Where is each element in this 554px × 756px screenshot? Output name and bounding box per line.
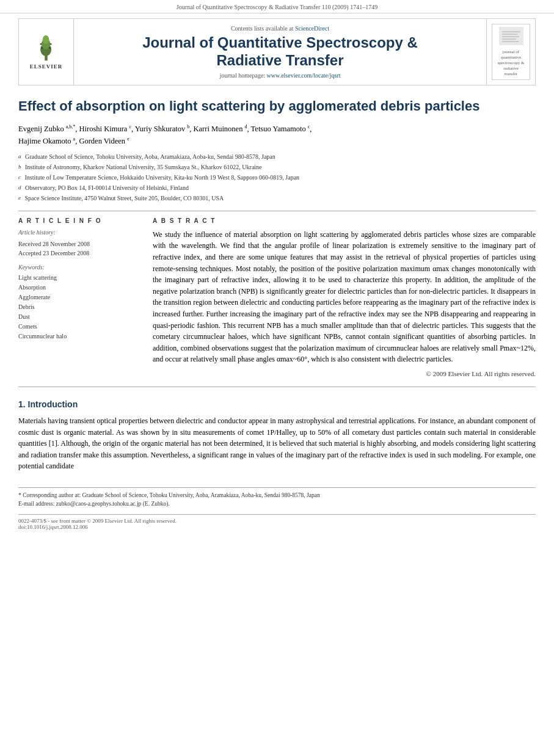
doi-text: doi:10.1016/j.jqsrt.2008.12.006 <box>18 524 536 536</box>
keywords-label: Keywords: <box>18 264 140 271</box>
affil-a: a Graduate School of Science, Tohoku Uni… <box>18 152 536 162</box>
elsevier-logo: ELSEVIER <box>29 34 63 70</box>
received-date: Received 28 November 2008 <box>18 239 140 249</box>
keyword-7: Circumnuclear halo <box>18 332 140 341</box>
footer-bar: 0022-4073/$ - see front matter © 2009 El… <box>18 514 536 524</box>
article-info-column: A R T I C L E I N F O Article history: R… <box>18 217 140 377</box>
main-content: Effect of absorption on light scattering… <box>18 85 536 536</box>
corresponding-label: * Corresponding author at: <box>18 492 81 498</box>
abstract-text: We study the influence of material absor… <box>153 229 536 365</box>
top-bar: Journal of Quantitative Spectroscopy & R… <box>0 0 554 13</box>
keyword-2: Absorption <box>18 283 140 293</box>
corresponding-author-note: * Corresponding author at: Graduate Scho… <box>18 491 536 509</box>
affil-a-text: Graduate School of Science, Tohoku Unive… <box>25 152 275 162</box>
contents-line: Contents lists available at ScienceDirec… <box>231 25 329 32</box>
journal-citation: Journal of Quantitative Spectroscopy & R… <box>177 4 377 10</box>
journal-title: Journal of Quantitative Spectroscopy & R… <box>142 34 418 70</box>
elsevier-tree-icon <box>29 34 63 62</box>
affil-e: e Space Science Institute, 4750 Walnut S… <box>18 194 536 203</box>
thumb-image-icon <box>499 27 523 45</box>
elsevier-wordmark: ELSEVIER <box>30 64 63 70</box>
affil-d: d Observatory, PO Box 14, FI-00014 Unive… <box>18 183 536 193</box>
svg-point-5 <box>49 47 51 49</box>
two-column-layout: A R T I C L E I N F O Article history: R… <box>18 217 536 377</box>
journal-title-area: Contents lists available at ScienceDirec… <box>74 19 486 85</box>
affil-b-text: Institute of Astronomy, Kharkov National… <box>25 162 262 172</box>
footer-section: * Corresponding author at: Graduate Scho… <box>18 487 536 509</box>
contents-label: Contents lists available at <box>231 25 293 32</box>
journal-homepage: journal homepage: www.elsevier.com/locat… <box>219 72 340 79</box>
keywords-section: Keywords: Light scattering Absorption Ag… <box>18 264 140 341</box>
thumb-box: journal ofquantitativespectroscopy &radi… <box>492 24 530 80</box>
svg-point-4 <box>41 47 43 49</box>
svg-point-6 <box>40 43 42 45</box>
divider-2 <box>18 387 536 387</box>
affil-d-text: Observatory, PO Box 14, FI-00014 Univers… <box>25 183 189 193</box>
divider-1 <box>18 211 536 211</box>
homepage-label: journal homepage: <box>219 72 265 79</box>
thumb-label: journal ofquantitativespectroscopy &radi… <box>495 49 527 77</box>
keyword-3: Agglomerate <box>18 293 140 302</box>
keyword-1: Light scattering <box>18 273 140 283</box>
keyword-5: Dust <box>18 312 140 322</box>
svg-rect-8 <box>499 27 523 45</box>
accepted-date: Accepted 23 December 2008 <box>18 249 140 258</box>
email-label: E-mail address: <box>18 501 54 507</box>
journal-thumbnail: journal ofquantitativespectroscopy &radi… <box>486 19 535 85</box>
keyword-4: Debris <box>18 302 140 312</box>
keyword-6: Comets <box>18 322 140 332</box>
sciencedirect-link[interactable]: ScienceDirect <box>295 25 329 32</box>
journal-title-line2: Radiative Transfer <box>216 52 343 68</box>
journal-header: ELSEVIER Contents lists available at Sci… <box>18 18 536 85</box>
homepage-link[interactable]: www.elsevier.com/locate/jqsrt <box>267 72 341 79</box>
intro-title: 1. Introduction <box>18 399 536 409</box>
journal-title-line1: Journal of Quantitative Spectroscopy & <box>142 34 418 51</box>
email-text: zubko@caos-a.geophys.tohoku.ac.jp (E. Zu… <box>56 501 170 507</box>
corresponding-text: Graduate School of Science, Tohoku Unive… <box>82 492 319 498</box>
issn-text: 0022-4073/$ - see front matter © 2009 El… <box>18 518 177 524</box>
introduction-section: 1. Introduction Materials having transie… <box>18 399 536 472</box>
abstract-heading: A B S T R A C T <box>153 217 536 224</box>
affil-e-text: Space Science Institute, 4750 Walnut Str… <box>25 194 224 203</box>
authors: Evgenij Zubko a,b,*, Hiroshi Kimura c, Y… <box>18 123 536 147</box>
elsevier-logo-area: ELSEVIER <box>19 19 74 85</box>
affil-b: b Institute of Astronomy, Kharkov Nation… <box>18 162 536 172</box>
abstract-column: A B S T R A C T We study the influence o… <box>153 217 536 377</box>
svg-point-7 <box>50 43 52 45</box>
svg-point-3 <box>43 35 49 44</box>
copyright: © 2009 Elsevier Ltd. All rights reserved… <box>153 370 536 377</box>
affiliations: a Graduate School of Science, Tohoku Uni… <box>18 152 536 203</box>
intro-paragraph: Materials having transient optical prope… <box>18 415 536 472</box>
history-label: Article history: <box>18 229 140 236</box>
affil-c-text: Institute of Low Temperature Science, Ho… <box>25 173 300 183</box>
affil-c: c Institute of Low Temperature Science, … <box>18 173 536 183</box>
article-title: Effect of absorption on light scattering… <box>18 98 536 115</box>
article-info-heading: A R T I C L E I N F O <box>18 217 140 224</box>
